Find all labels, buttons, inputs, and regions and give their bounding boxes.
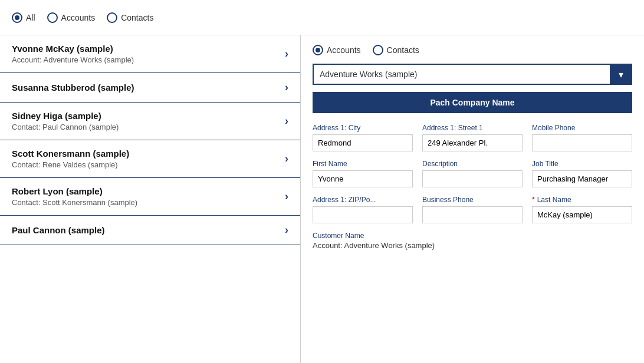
list-item-content: Paul Cannon (sample): [12, 225, 105, 235]
form-input-firstname[interactable]: [313, 170, 413, 187]
filter-radio-all[interactable]: All: [12, 12, 35, 23]
form-field-lastname: *Last Name: [532, 196, 632, 223]
radio-circle-contacts: [107, 12, 117, 23]
filter-label-contacts: Contacts: [121, 13, 153, 22]
form-label-lastname: *Last Name: [532, 196, 632, 204]
right-filter-label-accounts: Accounts: [327, 45, 361, 55]
list-item-content: Yvonne McKay (sample)Account: Adventure …: [12, 44, 134, 64]
list-item-name: Yvonne McKay (sample): [12, 44, 134, 54]
right-radio-circle-accounts: [313, 45, 323, 55]
chevron-right-icon: ›: [285, 224, 288, 236]
form-label-bizphone: Business Phone: [422, 196, 523, 204]
list-item[interactable]: Sidney Higa (sample)Contact: Paul Cannon…: [0, 103, 300, 140]
form-label-city: Address 1: City: [313, 124, 413, 132]
list-item-name: Susanna Stubberod (sample): [12, 82, 134, 93]
customer-name-label: Customer Name: [313, 232, 632, 240]
form-field-mobile: Mobile Phone: [532, 124, 632, 151]
form-input-mobile[interactable]: [532, 134, 632, 151]
chevron-right-icon: ›: [285, 81, 288, 94]
right-radio-row: AccountsContacts: [313, 45, 632, 55]
list-item[interactable]: Susanna Stubberod (sample)›: [0, 73, 300, 103]
right-filter-label-contacts: Contacts: [387, 45, 419, 55]
chevron-right-icon: ›: [285, 48, 288, 60]
list-item-sub: Contact: Paul Cannon (sample): [12, 123, 119, 131]
chevron-right-icon: ›: [285, 153, 288, 165]
chevron-right-icon: ›: [285, 190, 288, 203]
list-item[interactable]: Robert Lyon (sample)Contact: Scott Koner…: [0, 178, 300, 216]
right-detail-panel: AccountsContactsAdventure Works (sample)…: [301, 35, 644, 363]
form-label-street1: Address 1: Street 1: [422, 124, 523, 132]
form-input-lastname[interactable]: [532, 206, 632, 223]
right-filter-radio-contacts[interactable]: Contacts: [373, 45, 419, 55]
form-input-description[interactable]: [422, 170, 523, 187]
account-dropdown[interactable]: Adventure Works (sample): [313, 64, 632, 85]
form-input-city[interactable]: [313, 134, 413, 151]
customer-name-value: Account: Adventure Works (sample): [313, 241, 632, 250]
list-item-name: Scott Konersmann (sample): [12, 148, 129, 159]
list-item-content: Susanna Stubberod (sample): [12, 82, 134, 93]
form-grid: Address 1: CityAddress 1: Street 1Mobile…: [313, 124, 632, 223]
form-label-mobile: Mobile Phone: [532, 124, 632, 132]
filter-radio-contacts[interactable]: Contacts: [107, 12, 153, 23]
right-filter-radio-accounts[interactable]: Accounts: [313, 45, 361, 55]
list-item-name: Sidney Higa (sample): [12, 111, 119, 121]
list-item[interactable]: Scott Konersmann (sample)Contact: Rene V…: [0, 140, 300, 178]
list-item-sub: Contact: Rene Valdes (sample): [12, 160, 129, 169]
form-field-description: Description: [422, 160, 523, 187]
form-label-zip: Address 1: ZIP/Po...: [313, 196, 413, 204]
list-item-content: Scott Konersmann (sample)Contact: Rene V…: [12, 148, 129, 169]
form-field-zip: Address 1: ZIP/Po...: [313, 196, 413, 223]
radio-circle-accounts: [47, 12, 58, 23]
right-radio-circle-contacts: [373, 45, 383, 55]
list-item[interactable]: Yvonne McKay (sample)Account: Adventure …: [0, 35, 300, 73]
list-item-sub: Account: Adventure Works (sample): [12, 55, 134, 64]
chevron-right-icon: ›: [285, 115, 288, 127]
filter-label-accounts: Accounts: [61, 13, 96, 22]
form-field-bizphone: Business Phone: [422, 196, 523, 223]
form-label-firstname: First Name: [313, 160, 413, 168]
form-input-bizphone[interactable]: [422, 206, 523, 223]
form-field-firstname: First Name: [313, 160, 413, 187]
top-filter-bar: AllAccountsContacts: [0, 0, 644, 35]
list-item-name: Robert Lyon (sample): [12, 186, 137, 196]
main-layout: Yvonne McKay (sample)Account: Adventure …: [0, 35, 644, 363]
form-label-jobtitle: Job Title: [532, 160, 632, 168]
form-field-jobtitle: Job Title: [532, 160, 632, 187]
list-item[interactable]: Paul Cannon (sample)›: [0, 216, 300, 245]
form-field-street1: Address 1: Street 1: [422, 124, 523, 151]
patch-company-name-button[interactable]: Pach Company Name: [313, 92, 632, 113]
form-input-street1[interactable]: [422, 134, 523, 151]
customer-name-section: Customer NameAccount: Adventure Works (s…: [313, 232, 632, 250]
list-item-content: Robert Lyon (sample)Contact: Scott Koner…: [12, 186, 137, 207]
form-label-description: Description: [422, 160, 523, 168]
left-list-panel: Yvonne McKay (sample)Account: Adventure …: [0, 35, 301, 363]
radio-circle-all: [12, 12, 22, 23]
list-item-name: Paul Cannon (sample): [12, 225, 105, 235]
filter-radio-accounts[interactable]: Accounts: [47, 12, 96, 23]
form-field-city: Address 1: City: [313, 124, 413, 151]
filter-label-all: All: [26, 13, 35, 22]
list-item-sub: Contact: Scott Konersmann (sample): [12, 198, 137, 207]
list-item-content: Sidney Higa (sample)Contact: Paul Cannon…: [12, 111, 119, 131]
form-input-zip[interactable]: [313, 206, 413, 223]
account-dropdown-container: Adventure Works (sample)▾: [313, 64, 632, 85]
required-asterisk: *: [532, 196, 535, 204]
form-input-jobtitle[interactable]: [532, 170, 632, 187]
